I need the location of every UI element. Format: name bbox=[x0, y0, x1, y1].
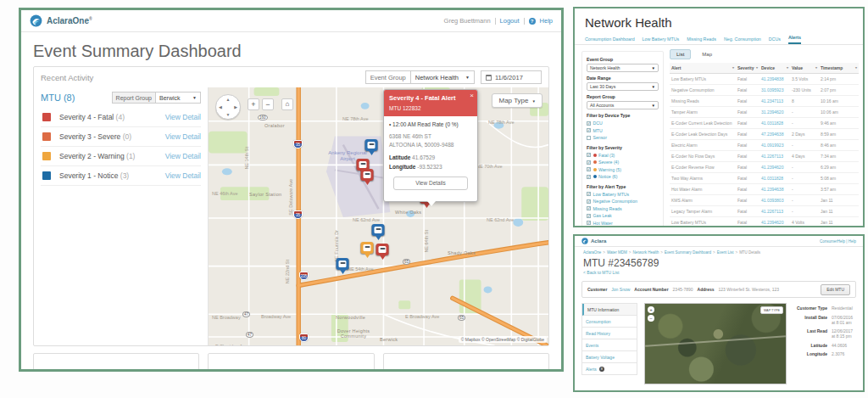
close-icon[interactable]: × bbox=[470, 92, 474, 99]
filter-checkbox-low-battery-mtus[interactable]: ✓Low Battery MTUs bbox=[587, 191, 659, 199]
device-link[interactable]: 41.0311828 bbox=[760, 173, 790, 184]
sort-icon[interactable]: ▾ bbox=[787, 65, 788, 70]
zoom-in-button[interactable]: + bbox=[248, 98, 259, 110]
filter-select-event-group[interactable]: Network Health▼ bbox=[587, 64, 659, 72]
filter-checkbox-gas-leak[interactable]: ✓Gas Leak bbox=[587, 212, 659, 220]
satellite-map[interactable]: + − MAP TYPE bbox=[644, 303, 787, 384]
sort-icon[interactable]: ▾ bbox=[855, 65, 857, 70]
checkbox[interactable]: ✓ bbox=[587, 121, 591, 126]
filter-checkbox-tamper-alarm[interactable]: ✓Tamper Alarm bbox=[587, 227, 659, 227]
filter-checkbox-negative-consumption[interactable]: ✓Negative Consumption bbox=[587, 198, 659, 205]
view-detail-link[interactable]: View Detail bbox=[165, 132, 201, 141]
map-pin-fatal[interactable] bbox=[376, 244, 389, 255]
checkbox[interactable] bbox=[587, 136, 591, 140]
logout-link[interactable]: Logout bbox=[500, 17, 520, 25]
filter-checkbox-notice-6[interactable]: ✓Notice (6) bbox=[587, 173, 659, 181]
filter-checkbox-warning-5[interactable]: ✓Warning (5) bbox=[587, 166, 659, 174]
device-link[interactable]: 41.0919923 bbox=[760, 140, 790, 151]
device-link[interactable]: 41.2394638 bbox=[760, 184, 790, 195]
pan-up-icon[interactable]: ▲ bbox=[226, 97, 231, 102]
customer-name-link[interactable]: Jon Snow bbox=[611, 287, 630, 292]
map-pin-fatal[interactable] bbox=[361, 169, 374, 181]
checkbox[interactable]: ✓ bbox=[587, 199, 591, 204]
filter-checkbox-hot-water[interactable]: ✓Hot Water bbox=[587, 220, 659, 227]
checkbox[interactable]: ✓ bbox=[587, 206, 591, 210]
tab-alerts[interactable]: Alerts bbox=[788, 35, 801, 44]
filter-select-date-range[interactable]: Last 30 Days▼ bbox=[587, 82, 659, 91]
list-view-button[interactable]: List bbox=[670, 49, 691, 59]
view-details-button[interactable]: View Details bbox=[393, 177, 468, 190]
checkbox[interactable]: ✓ bbox=[587, 221, 591, 225]
sort-icon[interactable]: ▾ bbox=[815, 65, 817, 70]
zoom-out-button[interactable]: − bbox=[262, 98, 274, 110]
tab-neg-consumption[interactable]: Neg. Consumption bbox=[724, 36, 761, 44]
map-type-button[interactable]: Map Type ▾ bbox=[492, 93, 543, 108]
view-detail-link[interactable]: View Detail bbox=[165, 171, 201, 180]
column-header-alert[interactable]: Alert▾ bbox=[670, 63, 736, 74]
device-link[interactable]: 41.2394620 bbox=[760, 162, 790, 173]
sidebar-item-consumption[interactable]: Consumption bbox=[582, 316, 637, 328]
device-link[interactable]: 41.2394838 bbox=[760, 74, 790, 85]
report-group-select[interactable]: Berwick ▼ bbox=[155, 92, 201, 104]
breadcrumb-item[interactable]: AclaraOne bbox=[583, 250, 601, 255]
back-to-list-link[interactable]: < Back to MTU List bbox=[583, 270, 854, 275]
checkbox[interactable]: ✓ bbox=[587, 175, 591, 179]
device-link[interactable]: 41.2267113 bbox=[760, 206, 790, 217]
edit-mtu-button[interactable]: Edit MTU bbox=[821, 284, 850, 295]
device-link[interactable]: 41.2394620 bbox=[760, 217, 790, 228]
column-header-severity[interactable]: Severity▾ bbox=[736, 63, 760, 74]
checkbox[interactable]: ✓ bbox=[587, 167, 591, 171]
map-canvas[interactable]: NE 78th AveNE 78th AveNE 70th AveNE 46th… bbox=[208, 87, 548, 345]
map-type-chip[interactable]: MAP TYPE bbox=[760, 306, 783, 314]
pan-right-icon[interactable]: ▶ bbox=[234, 104, 237, 109]
sort-icon[interactable]: ▾ bbox=[756, 65, 758, 70]
sidebar-item-battery-voltage[interactable]: Battery Voltage bbox=[582, 351, 637, 363]
filter-checkbox-fatal-3[interactable]: ✓Fatal (3) bbox=[587, 152, 659, 160]
tab-missing-reads[interactable]: Missing Reads bbox=[687, 36, 716, 44]
help-icon[interactable]: ? bbox=[529, 18, 536, 25]
zoom-in-button[interactable]: + bbox=[648, 306, 654, 313]
view-detail-link[interactable]: View Detail bbox=[165, 113, 201, 121]
filter-checkbox-severe-4[interactable]: ✓Severe (4) bbox=[587, 159, 659, 166]
view-detail-link[interactable]: View Detail bbox=[165, 152, 201, 160]
consumer-help-links[interactable]: ConsumerHelp | Help bbox=[820, 239, 856, 244]
filter-checkbox-mtu[interactable]: ✓MTU bbox=[587, 127, 659, 135]
home-extent-button[interactable]: ⌂ bbox=[281, 98, 293, 110]
column-header-timestamp[interactable]: Timestamp▾ bbox=[819, 63, 859, 74]
map-pin-notice[interactable] bbox=[372, 224, 385, 236]
device-link[interactable]: 41.2267113 bbox=[760, 151, 790, 162]
device-link[interactable]: 31.2394620 bbox=[760, 107, 790, 118]
zoom-out-button[interactable]: − bbox=[648, 315, 654, 322]
sidebar-item-read-history[interactable]: Read History bbox=[582, 328, 637, 339]
breadcrumb-item[interactable]: Event Summary Dashboard bbox=[665, 250, 711, 255]
map-pan-control[interactable]: ▲ ▼ ◀ ▶ bbox=[215, 94, 241, 120]
device-link[interactable]: 31.0395923 bbox=[760, 85, 790, 96]
column-header-device[interactable]: Device▾ bbox=[760, 63, 790, 74]
map-pin-warning[interactable] bbox=[361, 242, 374, 254]
filter-checkbox-missing-reads[interactable]: ✓Missing Reads bbox=[587, 205, 659, 213]
sidebar-item-alerts[interactable]: Alerts8 bbox=[582, 363, 637, 375]
filter-checkbox-dcu[interactable]: ✓DCU bbox=[587, 120, 659, 127]
breadcrumb-item[interactable]: MTU Details bbox=[739, 250, 760, 255]
tab-consumption-dashboard[interactable]: Consumption Dashboard bbox=[585, 36, 635, 44]
device-link[interactable]: 41.2347113 bbox=[760, 96, 790, 107]
help-link[interactable]: Help bbox=[540, 17, 553, 25]
sort-icon[interactable]: ▾ bbox=[732, 65, 734, 70]
checkbox[interactable]: ✓ bbox=[587, 160, 591, 165]
device-link[interactable]: 41.0393803 bbox=[760, 195, 790, 206]
checkbox[interactable]: ✓ bbox=[587, 153, 591, 157]
breadcrumb-item[interactable]: Network Health bbox=[632, 250, 659, 255]
date-picker[interactable]: 11/6/2017 bbox=[481, 70, 542, 84]
tab-dcus[interactable]: DCUs bbox=[769, 36, 781, 44]
filter-select-report-group[interactable]: All Accounts▼ bbox=[587, 101, 659, 109]
map-pin-notice[interactable] bbox=[365, 139, 378, 151]
tab-low-battery-mtus[interactable]: Low Battery MTUs bbox=[643, 36, 680, 44]
pan-down-icon[interactable]: ▼ bbox=[226, 112, 231, 117]
breadcrumb-item[interactable]: Event List bbox=[717, 250, 734, 255]
checkbox[interactable]: ✓ bbox=[587, 128, 591, 132]
device-link[interactable]: 41.0311828 bbox=[760, 118, 790, 129]
device-link[interactable]: 47.2394638 bbox=[760, 129, 790, 140]
column-header-value[interactable]: Value▾ bbox=[790, 63, 819, 74]
event-group-select[interactable]: Network Health ▼ bbox=[410, 70, 475, 84]
filter-checkbox-sensor[interactable]: Sensor bbox=[587, 134, 659, 142]
